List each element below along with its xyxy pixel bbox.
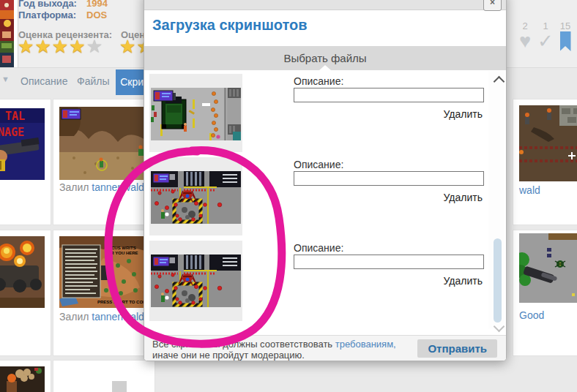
gun-screenshot-image — [519, 233, 577, 303]
description-label: Описание: — [294, 242, 343, 254]
likes-counter[interactable]: 2 ♥ — [515, 20, 535, 50]
uploader-prefix: Залил — [59, 181, 89, 193]
cover-line1-text: TAL — [5, 110, 25, 123]
tab-description[interactable]: Описание — [21, 75, 67, 87]
screenshot-card[interactable] — [53, 360, 155, 392]
note-text: Все скриншоты должны соответствовать — [152, 339, 335, 350]
upload-thumbnail-box — [149, 241, 242, 321]
explosion-screenshot-image — [0, 236, 45, 308]
briefing-heading-text: FOR YOU HERE — [105, 251, 138, 255]
star-icon-filled: ★ — [52, 36, 69, 56]
bookmark-icon — [560, 31, 571, 51]
uploaded-screenshot-2 — [151, 171, 241, 224]
screenshot-card[interactable]: wald — [513, 99, 577, 225]
cave-screenshot-image — [59, 107, 145, 180]
screenshot-card[interactable]: Залил tannenwald — [53, 99, 155, 225]
description-input[interactable] — [294, 255, 484, 269]
uploader-link[interactable]: tannenwald — [92, 311, 144, 323]
delete-link[interactable]: Удалить — [294, 108, 483, 120]
platform-label: Платформа: — [18, 10, 76, 20]
submit-button[interactable]: Отправить — [417, 339, 497, 358]
screenshot-card[interactable] — [0, 360, 51, 392]
description-input[interactable] — [294, 171, 484, 186]
requirements-link[interactable]: требованиям, — [335, 339, 396, 350]
uploader-prefix: Залил — [59, 311, 89, 323]
briefing-heading-text: ORCUS WRITS — [105, 246, 136, 250]
description-input[interactable] — [294, 88, 484, 102]
uploader-line: Залил tannenwald — [59, 181, 144, 193]
uploader-line: wald — [519, 184, 540, 196]
game-cover-art[interactable] — [0, 0, 14, 67]
uploader-line: Залил tannenwald — [59, 311, 144, 323]
bookmarks-counter[interactable]: 15 — [555, 20, 576, 51]
star-icon-filled: ★ — [18, 36, 34, 56]
completed-counter[interactable]: 1 ✓ — [535, 20, 556, 50]
uploader-link-fragment[interactable]: wald — [519, 184, 540, 196]
year-value: 1994 — [86, 0, 108, 9]
dialog-footer: Все скриншоты должны соответствовать тре… — [144, 335, 506, 361]
reviewer-rating-stars[interactable]: ★★★★★ — [18, 37, 103, 55]
uploader-line: Good — [519, 309, 544, 321]
star-icon-empty: ★ — [86, 36, 103, 56]
uploader-link[interactable]: tannenwald — [92, 181, 144, 193]
thumbnail-placeholder — [112, 381, 127, 392]
dialog-titlebar[interactable] — [144, 0, 506, 10]
screenshot-card[interactable]: ORCUS WRITS FOR YOU HERE PRESS START TO … — [53, 230, 155, 356]
screenshot-card[interactable]: Good — [513, 230, 577, 356]
uploaded-screenshot-3 — [151, 255, 241, 307]
year-label: Год выхода: — [18, 0, 77, 9]
close-icon[interactable]: × — [483, 0, 502, 11]
star-icon-filled: ★ — [69, 36, 86, 56]
description-label: Описание: — [294, 75, 343, 87]
scrollbar-thumb[interactable] — [494, 238, 502, 323]
note-text: иначе они не пройдут модерацию. — [152, 350, 305, 361]
upload-thumbnail-box — [149, 74, 242, 152]
battlefield-screenshot-image — [519, 105, 577, 181]
brawler-screenshot-image — [0, 366, 45, 392]
dialog-title: Загрузка скриншотов — [152, 17, 308, 34]
chevron-down-icon[interactable]: ▼ — [1, 75, 10, 83]
moderation-note: Все скриншоты должны соответствовать тре… — [152, 339, 396, 361]
upload-thumbnail-box — [149, 157, 242, 235]
briefing-screenshot-image: ORCUS WRITS FOR YOU HERE PRESS START TO … — [59, 236, 145, 308]
bookmarks-count: 15 — [555, 20, 576, 31]
platform-value: DOS — [86, 10, 107, 20]
heart-icon: ♥ — [519, 30, 531, 52]
tab-files[interactable]: Файлы — [77, 75, 109, 87]
uploader-link-fragment[interactable]: Good — [519, 309, 544, 321]
screenshot-card[interactable] — [0, 230, 51, 356]
description-label: Описание: — [294, 159, 343, 170]
check-icon: ✓ — [537, 30, 554, 52]
star-icon-filled: ★ — [34, 36, 51, 56]
upload-screenshots-dialog: × Загрузка скриншотов Выбрать файлы — [144, 0, 507, 361]
star-icon-filled: ★ — [119, 36, 136, 56]
dialog-scrollbar[interactable] — [488, 71, 505, 328]
total-carnage-cover-image: TAL NAGE — [0, 108, 45, 180]
cover-line2-text: NAGE — [0, 126, 24, 139]
delete-link[interactable]: Удалить — [294, 275, 483, 287]
uploaded-screenshot-1 — [151, 88, 241, 140]
screenshot-card[interactable]: TAL NAGE — [0, 99, 51, 225]
delete-link[interactable]: Удалить — [294, 192, 483, 203]
briefing-footer-text: PRESS START TO CONTIN — [97, 300, 145, 304]
choose-files-notch — [319, 65, 331, 70]
